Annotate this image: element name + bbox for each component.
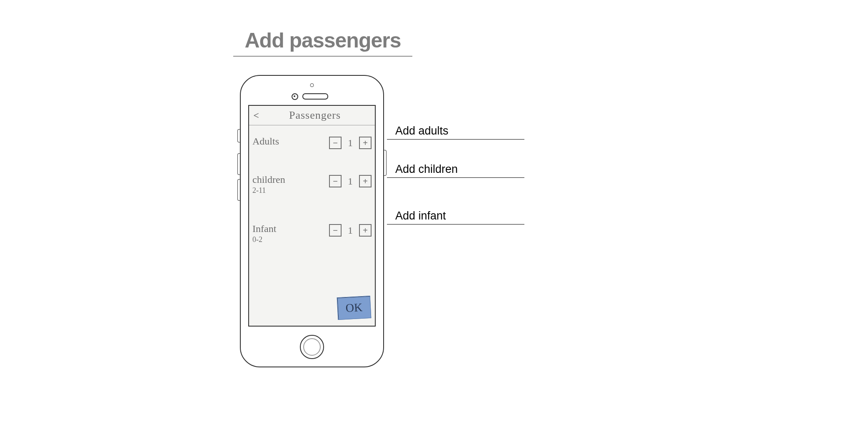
- side-button-icon: [237, 129, 240, 142]
- row-adults: Adults − 1 +: [252, 136, 372, 165]
- row-label: children 2-11: [252, 174, 329, 196]
- row-label: Infant 0-2: [252, 223, 329, 245]
- phone-frame: < Passengers Adults − 1 + children 2-11: [240, 75, 384, 367]
- camera-icon: [292, 93, 298, 100]
- side-button-icon: [384, 150, 387, 176]
- side-button-icon: [237, 153, 240, 175]
- quantity-stepper: − 1 +: [329, 224, 372, 237]
- side-button-icon: [237, 179, 240, 201]
- label-text: Infant: [252, 223, 276, 234]
- quantity-value: 1: [347, 176, 354, 187]
- callout-infant: Add infant: [387, 210, 524, 224]
- quantity-value: 1: [347, 137, 354, 149]
- plus-button[interactable]: +: [359, 137, 372, 149]
- screen-title: Passengers: [255, 109, 375, 122]
- row-infant: Infant 0-2 − 1 +: [252, 223, 372, 252]
- quantity-value: 1: [347, 225, 354, 236]
- label-text: Adults: [252, 136, 279, 147]
- screen: < Passengers Adults − 1 + children 2-11: [248, 105, 376, 327]
- ok-button[interactable]: OK: [337, 296, 372, 320]
- page-title: Add passengers: [233, 28, 412, 57]
- label-sub: 0-2: [252, 234, 329, 245]
- callout-adults: Add adults: [387, 125, 524, 140]
- label-sub: 2-11: [252, 185, 329, 196]
- home-button[interactable]: [300, 335, 324, 359]
- quantity-stepper: − 1 +: [329, 175, 372, 187]
- label-text: children: [252, 174, 285, 185]
- row-label: Adults: [252, 136, 329, 147]
- screen-header: < Passengers: [249, 106, 375, 125]
- minus-button[interactable]: −: [329, 137, 342, 149]
- minus-button[interactable]: −: [329, 224, 342, 237]
- callout-children: Add children: [387, 163, 524, 178]
- quantity-stepper: − 1 +: [329, 137, 372, 149]
- row-children: children 2-11 − 1 +: [252, 174, 372, 203]
- plus-button[interactable]: +: [359, 175, 372, 187]
- plus-button[interactable]: +: [359, 224, 372, 237]
- speaker-icon: [302, 93, 328, 100]
- minus-button[interactable]: −: [329, 175, 342, 187]
